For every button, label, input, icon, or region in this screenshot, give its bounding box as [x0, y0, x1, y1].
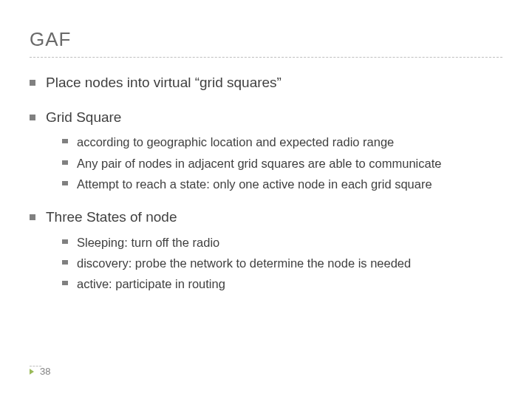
footer: 38	[30, 366, 50, 377]
sub-bullet-text: discovery: probe the network to determin…	[77, 255, 411, 271]
sub-bullet-text: Any pair of nodes in adjacent grid squar…	[77, 155, 441, 171]
list-item: Sleeping: turn off the radio	[62, 234, 502, 250]
title-divider	[30, 57, 502, 58]
list-item: active: participate in routing	[62, 276, 502, 292]
bullet-row: Grid Square	[30, 109, 502, 127]
square-bullet-icon	[62, 181, 68, 185]
page-number: 38	[40, 366, 50, 377]
sub-bullet-text: Sleeping: turn off the radio	[77, 234, 219, 250]
bullet-row: Place nodes into virtual “grid squares”	[30, 74, 502, 92]
list-item: Attempt to reach a state: only one activ…	[62, 176, 502, 192]
square-bullet-icon	[62, 281, 68, 285]
sub-bullet-text: active: participate in routing	[77, 276, 225, 292]
list-item: discovery: probe the network to determin…	[62, 255, 502, 271]
sub-list: according to geographic location and exp…	[62, 134, 502, 192]
sub-bullet-text: Attempt to reach a state: only one activ…	[77, 176, 432, 192]
bullet-text: Three States of node	[46, 208, 177, 227]
slide: GAF Place nodes into virtual “grid squar…	[0, 0, 532, 399]
slide-title: GAF	[30, 28, 502, 51]
square-bullet-icon	[30, 115, 35, 120]
square-bullet-icon	[30, 80, 35, 86]
square-bullet-icon	[62, 139, 68, 143]
square-bullet-icon	[62, 160, 68, 165]
sub-list: Sleeping: turn off the radio discovery: …	[62, 234, 502, 293]
list-item: Grid Square according to geographic loca…	[30, 109, 502, 192]
list-item: Place nodes into virtual “grid squares”	[30, 74, 502, 92]
bullet-list: Place nodes into virtual “grid squares” …	[30, 74, 502, 293]
square-bullet-icon	[62, 239, 68, 244]
list-item: Any pair of nodes in adjacent grid squar…	[62, 155, 502, 171]
list-item: Three States of node Sleeping: turn off …	[30, 208, 502, 292]
bullet-row: Three States of node	[30, 208, 502, 227]
triangle-icon	[30, 369, 34, 375]
bullet-text: Place nodes into virtual “grid squares”	[46, 74, 282, 92]
bullet-text: Grid Square	[46, 109, 121, 127]
square-bullet-icon	[30, 214, 35, 220]
square-bullet-icon	[62, 260, 68, 265]
sub-bullet-text: according to geographic location and exp…	[77, 134, 394, 150]
list-item: according to geographic location and exp…	[62, 134, 502, 150]
